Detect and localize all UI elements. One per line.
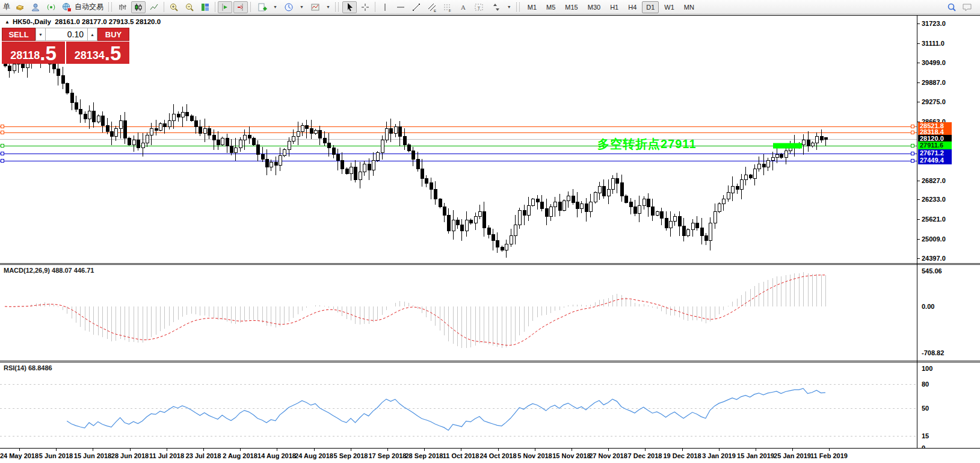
timeframe-m5[interactable]: M5 [542, 1, 559, 13]
candle [478, 205, 481, 219]
auto-scroll-icon[interactable] [218, 1, 232, 13]
timeframe-mn[interactable]: MN [680, 1, 698, 13]
dropdown-caret: ▼ [507, 5, 511, 9]
candle [226, 134, 229, 153]
candle [585, 198, 588, 222]
macd-pane[interactable]: MACD(12,26,9) 488.07 446.71 [0, 265, 980, 361]
candle [430, 178, 433, 200]
candle [669, 211, 672, 236]
chat-icon[interactable] [960, 1, 975, 13]
candle [8, 62, 11, 78]
crosshair-icon[interactable] [358, 1, 372, 13]
rsi-pane[interactable]: RSI(14) 68.8486 [0, 362, 980, 448]
fibonacci-icon[interactable]: F [440, 1, 455, 13]
price-level-line[interactable] [0, 160, 917, 163]
timeframe-h1[interactable]: H1 [606, 1, 623, 13]
date-label: 3 Jan 2019 [702, 452, 736, 459]
text-icon[interactable]: A [456, 1, 470, 13]
text-label-icon[interactable]: T [472, 1, 486, 13]
main-chart-pane[interactable]: 多空转折点27911 [0, 16, 980, 263]
price-level-badge[interactable]: 27911.6 [918, 141, 952, 149]
dropdown-caret: ▼ [300, 5, 304, 9]
candle [501, 246, 504, 252]
candle [695, 216, 698, 231]
candle [567, 191, 570, 208]
volume-increase-button[interactable]: ▲ [87, 28, 97, 41]
sell-button[interactable]: SELL [2, 28, 35, 41]
separator [164, 2, 164, 12]
zoom-out-icon[interactable] [182, 1, 197, 13]
history-icon[interactable] [13, 1, 27, 13]
candle [376, 151, 379, 162]
date-tick-mark [167, 449, 167, 451]
timeframe-m15[interactable]: M15 [561, 1, 582, 13]
price-level-line[interactable] [0, 125, 917, 128]
candle [749, 174, 752, 180]
candle [439, 198, 442, 209]
templates-button[interactable]: ▼ [306, 1, 332, 13]
candle [443, 203, 446, 222]
new-order-button[interactable]: 单 [1, 1, 12, 13]
timeframe-m30[interactable]: M30 [584, 1, 605, 13]
price-level-line[interactable] [0, 131, 917, 134]
indicators-button[interactable]: ▼ [253, 1, 279, 13]
date-tick-mark [351, 449, 351, 451]
line-chart-icon[interactable] [147, 1, 161, 13]
volume-input[interactable]: 0.10 [46, 28, 87, 41]
candle [84, 111, 87, 123]
price-tick-mark [917, 219, 920, 220]
horizontal-line-icon[interactable] [393, 1, 408, 13]
candle [474, 213, 477, 230]
candle [553, 197, 556, 217]
candle [469, 219, 472, 225]
periods-button[interactable]: ▼ [279, 1, 306, 13]
candle [456, 217, 459, 229]
date-tick-mark [756, 449, 756, 451]
candle [234, 138, 237, 161]
chart-shift-icon[interactable] [233, 1, 248, 13]
candle [70, 89, 73, 110]
buy-price[interactable]: 28134.5 [66, 42, 129, 64]
signals-icon[interactable] [44, 1, 58, 13]
tile-windows-icon[interactable] [198, 1, 212, 13]
candle [230, 139, 233, 155]
date-axis[interactable]: 24 May 20185 Jun 201815 Jun 201828 Jun 2… [0, 449, 980, 463]
candle [394, 124, 397, 137]
search-icon[interactable] [945, 1, 959, 13]
buy-button[interactable]: BUY [97, 28, 129, 41]
candle [190, 114, 193, 122]
candle [598, 182, 601, 199]
candle [753, 164, 756, 185]
auto-trading-label: 自动交易 [75, 2, 103, 12]
channel-icon[interactable]: E [425, 1, 439, 13]
candle [163, 120, 166, 134]
timeframe-d1[interactable]: D1 [642, 1, 659, 13]
candlestick-chart-icon[interactable] [131, 1, 146, 13]
community-icon[interactable] [28, 1, 43, 13]
candle [514, 215, 517, 244]
timeframe-h4[interactable]: H4 [624, 1, 641, 13]
vertical-line-icon[interactable] [378, 1, 392, 13]
trend-segment[interactable] [773, 143, 802, 149]
candle [633, 200, 636, 216]
arrows-button[interactable]: ▼ [487, 1, 513, 13]
cursor-icon[interactable] [342, 1, 357, 13]
candle [531, 198, 534, 207]
candle [704, 233, 707, 245]
candle [656, 211, 659, 217]
zoom-in-icon[interactable] [167, 1, 181, 13]
auto-trading-button[interactable]: 自动交易 [59, 1, 105, 13]
candle [310, 120, 313, 138]
volume-decrease-button[interactable]: ▼ [35, 28, 46, 41]
trendline-icon[interactable] [409, 1, 424, 13]
timeframe-w1[interactable]: W1 [660, 1, 679, 13]
bar-chart-icon[interactable] [116, 1, 130, 13]
price-level-badge[interactable]: 27449.4 [918, 157, 952, 164]
sell-price[interactable]: 28118.5 [2, 42, 65, 64]
candle [536, 195, 539, 210]
timeframe-m1[interactable]: M1 [523, 1, 541, 13]
annotation-text[interactable]: 多空转折点27911 [597, 136, 697, 152]
candle [691, 219, 694, 237]
price-level-line[interactable] [0, 152, 917, 155]
collapse-arrow-icon[interactable]: ▲ [5, 19, 10, 25]
